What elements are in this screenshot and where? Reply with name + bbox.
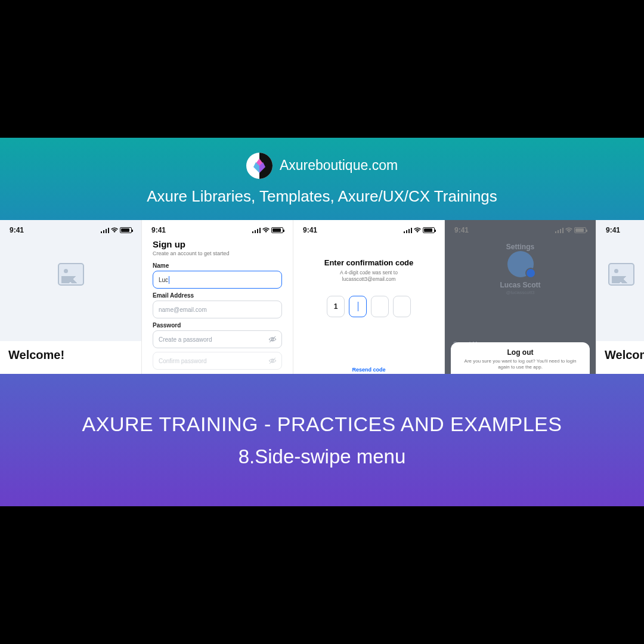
signal-icon bbox=[404, 227, 412, 233]
status-bar: 9:41 bbox=[445, 220, 596, 238]
screen-welcome-left: 9:41 Welcome! bbox=[0, 220, 141, 374]
svg-rect-12 bbox=[404, 231, 405, 233]
confirmation-sub1: A 4-digit code was sent to bbox=[305, 270, 432, 276]
battery-icon bbox=[574, 227, 586, 233]
welcome-strip: Welcome! bbox=[0, 341, 141, 374]
svg-rect-15 bbox=[411, 228, 412, 233]
svg-rect-19 bbox=[562, 228, 564, 233]
wifi-icon bbox=[414, 227, 421, 233]
tagline: Axure Libraries, Templates, Axure/UX/CX … bbox=[147, 187, 497, 206]
screen-confirmation: 9:41 Enter confirmation code A 4-digit c… bbox=[293, 220, 444, 374]
code-box-3[interactable] bbox=[371, 296, 389, 317]
avatar-icon bbox=[507, 251, 534, 277]
svg-rect-16 bbox=[555, 231, 556, 233]
password-placeholder: Create a passaword bbox=[159, 336, 212, 343]
text-cursor-icon bbox=[358, 302, 358, 311]
welcome-title: Welcome! bbox=[8, 348, 133, 362]
code-row: 1 bbox=[305, 296, 432, 317]
image-placeholder-icon bbox=[58, 263, 84, 286]
name-input[interactable]: Luc bbox=[153, 271, 282, 289]
code-digit-1: 1 bbox=[334, 302, 338, 311]
code-box-2[interactable] bbox=[349, 296, 367, 317]
settings-title: Settings bbox=[445, 243, 596, 251]
wifi-icon bbox=[565, 227, 572, 233]
status-bar: 9:41 bbox=[596, 220, 644, 238]
password-label: Password bbox=[153, 322, 282, 329]
svg-rect-18 bbox=[560, 229, 561, 233]
text-cursor-icon bbox=[169, 276, 169, 284]
name-label: Name bbox=[153, 262, 282, 269]
email-input[interactable]: name@email.com bbox=[153, 301, 282, 318]
screen-signup: 9:41 Sign up Create an account to get st… bbox=[141, 220, 293, 374]
status-icons bbox=[252, 227, 283, 233]
status-time: 9:41 bbox=[454, 226, 469, 234]
wifi-icon bbox=[262, 227, 270, 233]
top-banner: Axureboutique.com Axure Libraries, Templ… bbox=[0, 138, 644, 220]
svg-rect-17 bbox=[558, 230, 559, 233]
status-icons bbox=[404, 227, 435, 233]
svg-rect-2 bbox=[106, 229, 107, 233]
svg-rect-3 bbox=[108, 228, 109, 233]
logout-card: Log out Are you sure you want to log out… bbox=[451, 342, 590, 374]
confirmation-sub2: lucasscott3@email.com bbox=[305, 276, 432, 283]
svg-rect-5 bbox=[255, 230, 256, 233]
password-input[interactable]: Create a passaword bbox=[153, 330, 282, 348]
status-icons bbox=[555, 227, 586, 233]
confirm-placeholder: Confirm password bbox=[159, 358, 207, 364]
battery-icon bbox=[120, 227, 132, 233]
status-bar: 9:41 bbox=[142, 220, 293, 238]
signal-icon bbox=[252, 227, 261, 233]
name-value: Luc bbox=[159, 277, 168, 283]
status-time: 9:41 bbox=[303, 226, 317, 234]
signal-icon bbox=[101, 227, 109, 233]
signup-title: Sign up bbox=[153, 239, 282, 249]
status-bar: 9:41 bbox=[293, 220, 444, 238]
site-logo-icon bbox=[246, 153, 273, 179]
signup-subtitle: Create an account to get started bbox=[153, 250, 282, 256]
site-name: Axureboutique.com bbox=[280, 157, 398, 174]
logo-row: Axureboutique.com bbox=[246, 153, 398, 179]
svg-rect-13 bbox=[406, 230, 407, 233]
svg-rect-0 bbox=[101, 231, 102, 233]
logout-title: Log out bbox=[458, 348, 583, 357]
svg-rect-14 bbox=[408, 229, 410, 233]
email-placeholder: name@email.com bbox=[159, 306, 207, 313]
welcome-strip: Welcome! bbox=[596, 341, 644, 374]
wifi-icon bbox=[111, 227, 118, 233]
image-placeholder-icon bbox=[608, 263, 634, 286]
eye-off-icon[interactable] bbox=[268, 335, 277, 343]
eye-off-icon[interactable] bbox=[268, 357, 277, 365]
svg-rect-1 bbox=[103, 230, 104, 233]
confirmation-title: Enter confirmation code bbox=[305, 258, 432, 267]
profile-handle: @lucasscott3 bbox=[445, 290, 596, 295]
svg-rect-7 bbox=[259, 228, 261, 233]
battery-icon bbox=[423, 227, 435, 233]
svg-rect-4 bbox=[252, 231, 253, 233]
screens-row: 9:41 Welcome! 9:41 Sign up Create an acc… bbox=[0, 220, 644, 374]
confirm-password-input[interactable]: Confirm password bbox=[153, 352, 282, 370]
status-icons bbox=[101, 227, 132, 233]
signal-icon bbox=[555, 227, 564, 233]
code-box-1[interactable]: 1 bbox=[327, 296, 345, 317]
resend-link[interactable]: Resend code bbox=[293, 367, 444, 373]
status-time: 9:41 bbox=[606, 226, 620, 234]
logout-subtitle: Are you sure you want to log out? You'll… bbox=[458, 358, 583, 370]
screen-welcome-right: 9:41 Welcome! bbox=[596, 220, 644, 374]
footer-line-1: AXURE TRAINING - PRACTICES AND EXAMPLES bbox=[82, 413, 562, 436]
welcome-title: Welcome! bbox=[605, 348, 636, 362]
battery-icon bbox=[271, 227, 283, 233]
screen-logout: 9:41 Settings Lucas Scott @lucasscott3 S… bbox=[444, 220, 596, 374]
bottom-banner: AXURE TRAINING - PRACTICES AND EXAMPLES … bbox=[0, 374, 644, 506]
status-time: 9:41 bbox=[10, 226, 24, 234]
svg-rect-6 bbox=[257, 229, 258, 233]
code-box-4[interactable] bbox=[393, 296, 411, 317]
email-label: Email Address bbox=[153, 292, 282, 299]
status-bar: 9:41 bbox=[0, 220, 141, 238]
profile-name: Lucas Scott bbox=[445, 281, 596, 289]
footer-line-2: 8.Side-swipe menu bbox=[239, 445, 406, 468]
status-time: 9:41 bbox=[151, 226, 166, 234]
